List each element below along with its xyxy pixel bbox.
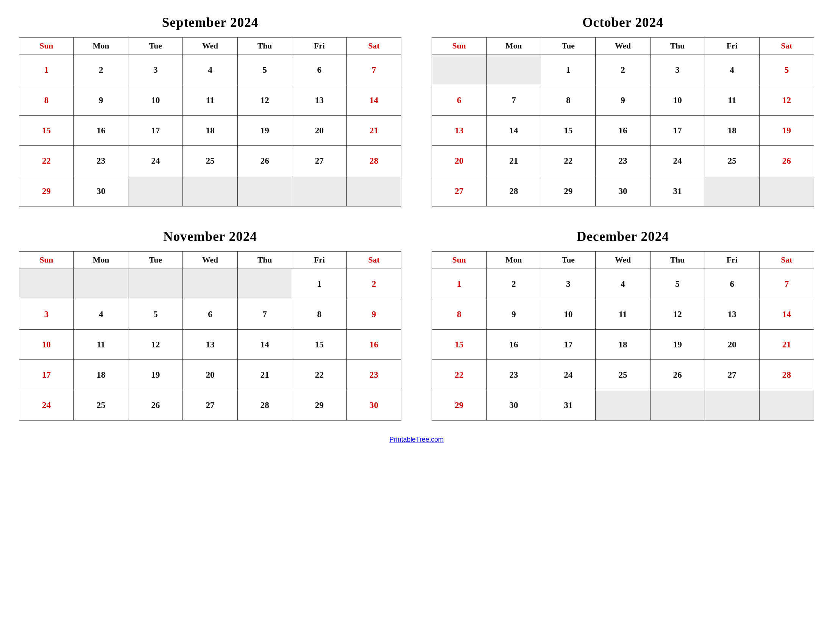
calendar-day: 28 [759, 360, 814, 390]
calendar-day: 13 [183, 330, 237, 360]
calendar-day: 29 [432, 390, 487, 420]
calendar-day: 14 [487, 116, 541, 146]
calendar-day: 26 [759, 146, 814, 176]
calendar-day: 25 [704, 146, 759, 176]
calendar-day: 3 [19, 299, 74, 330]
calendar-day: 8 [541, 85, 596, 116]
col-header-thu: Thu [650, 37, 704, 55]
col-header-wed: Wed [596, 251, 650, 269]
calendar-day: 18 [596, 330, 650, 360]
calendar-day: 6 [292, 55, 346, 85]
calendar-day: 26 [129, 390, 183, 420]
calendar-day: 15 [292, 330, 346, 360]
calendar-day: 19 [237, 116, 292, 146]
col-header-fri: Fri [292, 251, 346, 269]
calendar-day: 4 [596, 269, 650, 299]
calendar-day [129, 269, 183, 299]
calendar-day: 4 [704, 55, 759, 85]
calendar-day: 12 [129, 330, 183, 360]
calendar-day: 8 [292, 299, 346, 330]
calendar-day: 14 [346, 85, 401, 116]
col-header-fri: Fri [704, 251, 759, 269]
calendar-day: 17 [541, 330, 596, 360]
calendar-day: 9 [346, 299, 401, 330]
calendar-day: 25 [183, 146, 237, 176]
calendar-day: 27 [183, 390, 237, 420]
calendar-day [183, 176, 237, 206]
calendar-day: 5 [237, 55, 292, 85]
calendar-day: 19 [759, 116, 814, 146]
calendar-day: 7 [759, 269, 814, 299]
calendar-day: 13 [432, 116, 487, 146]
calendar-day [183, 269, 237, 299]
calendar-day: 9 [487, 299, 541, 330]
calendar-day: 22 [432, 360, 487, 390]
calendar-day: 27 [292, 146, 346, 176]
calendar-day: 24 [541, 360, 596, 390]
calendar-day [759, 176, 814, 206]
calendar-table-december-2024: SunMonTueWedThuFriSat1234567891011121314… [432, 251, 814, 420]
col-header-thu: Thu [237, 251, 292, 269]
calendar-day [74, 269, 129, 299]
calendar-table-october-2024: SunMonTueWedThuFriSat1234567891011121314… [432, 37, 814, 206]
calendar-day: 11 [183, 85, 237, 116]
calendar-day: 20 [183, 360, 237, 390]
footer-link[interactable]: PrintableTree.com [389, 436, 443, 443]
calendar-day: 31 [541, 390, 596, 420]
col-header-mon: Mon [74, 37, 129, 55]
calendar-day [759, 390, 814, 420]
calendar-day: 22 [19, 146, 74, 176]
calendar-day: 13 [292, 85, 346, 116]
calendar-day: 3 [541, 269, 596, 299]
calendar-day: 8 [432, 299, 487, 330]
col-header-sun: Sun [432, 251, 487, 269]
calendar-day: 18 [704, 116, 759, 146]
col-header-thu: Thu [650, 251, 704, 269]
calendar-title-december-2024: December 2024 [577, 229, 669, 244]
calendar-day: 29 [19, 176, 74, 206]
col-header-sat: Sat [759, 251, 814, 269]
calendar-day: 25 [596, 360, 650, 390]
calendar-day: 1 [541, 55, 596, 85]
calendar-day [596, 390, 650, 420]
calendar-october-2024: October 2024SunMonTueWedThuFriSat1234567… [432, 15, 814, 206]
col-header-mon: Mon [487, 37, 541, 55]
calendar-day: 1 [432, 269, 487, 299]
calendar-day: 7 [346, 55, 401, 85]
calendar-day: 16 [346, 330, 401, 360]
calendar-day: 14 [237, 330, 292, 360]
calendar-day: 6 [183, 299, 237, 330]
calendar-day: 7 [487, 85, 541, 116]
calendar-day: 13 [704, 299, 759, 330]
calendar-day: 27 [432, 176, 487, 206]
calendar-day: 16 [487, 330, 541, 360]
calendar-day: 23 [487, 360, 541, 390]
calendar-day: 21 [759, 330, 814, 360]
calendar-day: 26 [237, 146, 292, 176]
col-header-mon: Mon [74, 251, 129, 269]
col-header-sat: Sat [346, 251, 401, 269]
calendar-day: 18 [74, 360, 129, 390]
calendar-day: 22 [541, 146, 596, 176]
calendar-day: 3 [650, 55, 704, 85]
calendar-day: 2 [346, 269, 401, 299]
calendar-day: 18 [183, 116, 237, 146]
calendar-day: 21 [487, 146, 541, 176]
calendar-day: 11 [704, 85, 759, 116]
calendar-day: 17 [129, 116, 183, 146]
col-header-tue: Tue [129, 251, 183, 269]
calendar-day: 5 [650, 269, 704, 299]
calendar-day [129, 176, 183, 206]
calendar-day: 2 [596, 55, 650, 85]
calendar-day: 6 [432, 85, 487, 116]
calendar-day: 30 [346, 390, 401, 420]
calendar-table-september-2024: SunMonTueWedThuFriSat1234567891011121314… [19, 37, 401, 206]
calendar-day: 12 [650, 299, 704, 330]
calendar-day: 21 [346, 116, 401, 146]
calendar-day: 10 [129, 85, 183, 116]
col-header-sat: Sat [346, 37, 401, 55]
calendar-day: 4 [74, 299, 129, 330]
calendar-day: 9 [74, 85, 129, 116]
calendar-day [487, 55, 541, 85]
calendar-day: 5 [759, 55, 814, 85]
